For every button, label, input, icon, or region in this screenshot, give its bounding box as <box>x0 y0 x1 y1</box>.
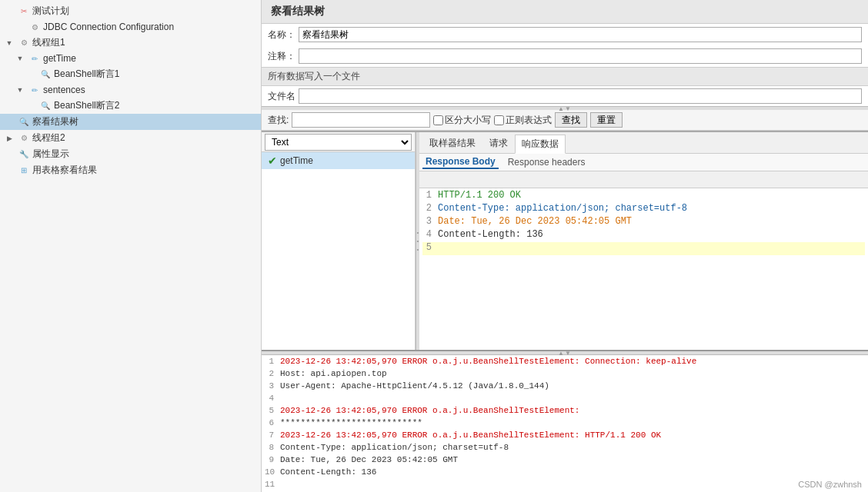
sidebar-item-thread-group1[interactable]: ▼⚙线程组1 <box>0 35 261 51</box>
log-line-4: 4 <box>265 394 865 406</box>
panel-title: 察看结果树 <box>262 0 868 24</box>
search-row: 查找: 区分大小写 正则表达式 查找 重置 <box>262 110 868 131</box>
resize-dots-v: • <box>417 229 419 236</box>
left-pane: Text JSON XML HTML ✔ getTime <box>262 132 416 350</box>
filename-input[interactable] <box>299 88 862 104</box>
sidebar-label: JDBC Connection Configuration <box>43 22 174 32</box>
log-line-content <box>280 394 865 406</box>
sidebar-label: 用表格察看结果 <box>32 164 97 177</box>
pencil-icon: ✏ <box>28 84 41 96</box>
response-line-3: 3Date: Tue, 26 Dec 2023 05:42:05 GMT <box>422 216 865 229</box>
log-line-content: User-Agent: Apache-HttpClient/4.5.12 (Ja… <box>280 381 865 394</box>
sidebar-label: 测试计划 <box>32 5 69 18</box>
sample-label: getTime <box>280 155 313 166</box>
sidebar-item-test-plan[interactable]: ▶✂测试计划 <box>0 3 261 19</box>
reset-button[interactable]: 重置 <box>590 112 623 128</box>
sidebar-item-get-time[interactable]: ▼✏getTime <box>0 51 261 66</box>
sample-list: ✔ getTime <box>262 152 415 350</box>
sidebar-item-beanshell2[interactable]: ▶🔍BeanShell断言2 <box>0 98 261 114</box>
sidebar-label: BeanShell断言2 <box>54 99 119 112</box>
tab-request[interactable]: 请求 <box>482 134 515 153</box>
log-line-number: 10 <box>265 467 280 480</box>
log-line-9: 9Date: Tue, 26 Dec 2023 05:42:05 GMT <box>265 455 865 467</box>
table-icon: ⊞ <box>18 165 30 177</box>
filename-row: 文件名 <box>262 86 868 106</box>
sidebar-label: 属性显示 <box>32 148 69 161</box>
sidebar-label: 察看结果树 <box>32 115 78 128</box>
sidebar: ▶✂测试计划▶⚙JDBC Connection Configuration▼⚙线… <box>0 0 262 492</box>
log-line-2: 2Host: api.apiopen.top <box>265 369 865 381</box>
log-line-number: 5 <box>265 406 280 418</box>
log-line-1: 12023-12-26 13:42:05,970 ERROR o.a.j.u.B… <box>265 357 865 369</box>
log-area: 12023-12-26 13:42:05,970 ERROR o.a.j.u.B… <box>262 355 868 492</box>
sub-tabs-bar: Response Body Response headers <box>419 154 868 171</box>
sample-item-gettime[interactable]: ✔ getTime <box>262 152 415 169</box>
right-pane: 取样器结果 请求 响应数据 Response Body Response hea… <box>419 132 868 350</box>
resize-dots-v3: • <box>417 246 419 253</box>
log-line-content: Host: api.apiopen.top <box>280 369 865 381</box>
line-number: 5 <box>422 242 438 255</box>
tab-response-data[interactable]: 响应数据 <box>515 135 566 154</box>
sidebar-item-beanshell1[interactable]: ▶🔍BeanShell断言1 <box>0 66 261 82</box>
sub-tab-response-body[interactable]: Response Body <box>422 155 499 169</box>
log-line-number: 8 <box>265 443 280 455</box>
response-line-1: 1HTTP/1.1 200 OK <box>422 190 865 203</box>
resize-dots-v2: • <box>417 238 419 244</box>
log-line-number: 7 <box>265 430 280 443</box>
pencil-icon: ✏ <box>28 52 41 65</box>
log-line-content: Date: Tue, 26 Dec 2023 05:42:05 GMT <box>280 455 865 467</box>
arrow-right-icon: ▶ <box>3 132 15 145</box>
watermark: CSDN @zwhnsh <box>798 480 862 489</box>
log-line-number: 2 <box>265 369 280 381</box>
sidebar-item-result-tree[interactable]: ▶🔍察看结果树 <box>0 114 261 130</box>
name-row: 名称： <box>262 24 868 45</box>
line-content <box>438 242 865 255</box>
arrow-down-icon: ▼ <box>14 84 26 96</box>
response-line-2: 2Content-Type: application/json; charset… <box>422 203 865 216</box>
sidebar-item-attr-display[interactable]: ▶🔧属性显示 <box>0 146 261 162</box>
log-line-content: 2023-12-26 13:42:05,970 ERROR o.a.j.u.Be… <box>280 406 865 418</box>
sidebar-label: 线程组2 <box>32 131 65 145</box>
line-content: Date: Tue, 26 Dec 2023 05:42:05 GMT <box>438 216 865 229</box>
log-line-7: 72023-12-26 13:42:05,970 ERROR o.a.j.u.B… <box>265 430 865 443</box>
sidebar-item-jdbc-connection[interactable]: ▶⚙JDBC Connection Configuration <box>0 19 261 35</box>
log-line-number: 3 <box>265 381 280 394</box>
scissors-icon: ✂ <box>18 5 30 18</box>
line-content: Content-Type: application/json; charset=… <box>438 203 865 216</box>
line-number: 2 <box>422 203 438 216</box>
sidebar-label: 线程组1 <box>32 36 65 49</box>
sidebar-label: sentences <box>43 85 85 95</box>
bottom-panel: ▲▼ 12023-12-26 13:42:05,970 ERROR o.a.j.… <box>262 350 868 492</box>
log-line-content: 2023-12-26 13:42:05,970 ERROR o.a.j.u.Be… <box>280 430 865 443</box>
gear-icon: ⚙ <box>18 37 30 49</box>
sidebar-item-sentences[interactable]: ▼✏sentences <box>0 82 261 98</box>
sidebar-label: BeanShell断言1 <box>54 68 119 81</box>
line-number: 1 <box>422 190 438 203</box>
sidebar-item-thread-group2[interactable]: ▶⚙线程组2 <box>0 130 261 146</box>
split-area: Text JSON XML HTML ✔ getTime • • <box>262 132 868 350</box>
main-content: 察看结果树 名称： 注释： 所有数据写入一个文件 文件名 ▲▼ <box>262 0 868 492</box>
log-line-8: 8Content-Type: application/json; charset… <box>265 443 865 455</box>
log-line-content: Content-Type: application/json; charset=… <box>280 443 865 455</box>
log-line-content: 2023-12-26 13:42:05,970 ERROR o.a.j.u.Be… <box>280 357 865 369</box>
log-line-11: 11 <box>265 480 865 492</box>
log-line-5: 52023-12-26 13:42:05,970 ERROR o.a.j.u.B… <box>265 406 865 418</box>
comment-input[interactable] <box>299 48 862 64</box>
log-line-number: 6 <box>265 418 280 430</box>
response-body: 1HTTP/1.1 200 OK2Content-Type: applicati… <box>419 188 868 350</box>
log-line-3: 3User-Agent: Apache-HttpClient/4.5.12 (J… <box>265 381 865 394</box>
search-label: 查找: <box>268 114 289 127</box>
log-line-number: 9 <box>265 455 280 467</box>
regex-checkbox[interactable] <box>494 115 504 125</box>
view-type-select[interactable]: Text JSON XML HTML <box>265 134 412 151</box>
find-button[interactable]: 查找 <box>555 112 587 128</box>
sub-tab-response-headers[interactable]: Response headers <box>505 156 589 168</box>
case-sensitive-checkbox[interactable] <box>433 115 443 125</box>
gear-icon: ⚙ <box>28 21 41 33</box>
sidebar-item-table-result[interactable]: ▶⊞用表格察看结果 <box>0 162 261 178</box>
tab-sampler-result[interactable]: 取样器结果 <box>422 134 482 153</box>
log-line-number: 1 <box>265 357 280 369</box>
log-line-10: 10Content-Length: 136 <box>265 467 865 480</box>
name-input[interactable] <box>299 27 862 42</box>
search-input[interactable] <box>292 112 430 128</box>
